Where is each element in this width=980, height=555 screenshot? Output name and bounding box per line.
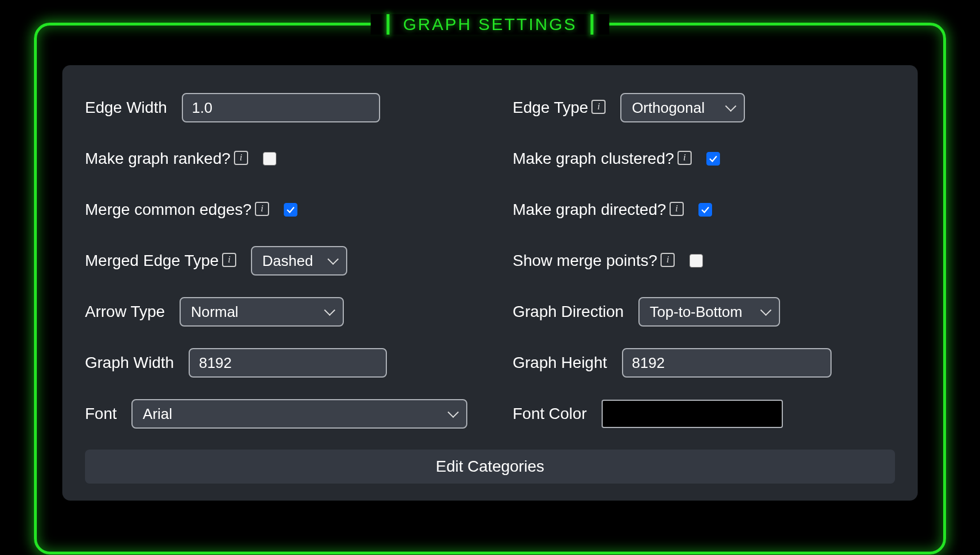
panel-title: GRAPH SETTINGS [403, 15, 577, 34]
font-select[interactable]: Arial [131, 399, 467, 429]
ranked-checkbox[interactable] [263, 152, 276, 166]
arrow-type-value: Normal [191, 303, 238, 321]
label-font: Font [85, 405, 117, 423]
label-merged-edge-type: Merged Edge Type [85, 252, 219, 270]
row-graph-direction: Graph Direction Top-to-Bottom [513, 286, 895, 337]
merged-edge-type-select[interactable]: Dashed [251, 246, 347, 276]
info-icon[interactable]: i [678, 151, 692, 165]
arrow-type-select[interactable]: Normal [180, 297, 344, 327]
label-edge-type: Edge Type [513, 99, 588, 117]
info-icon[interactable]: i [234, 151, 248, 165]
edit-categories-button[interactable]: Edit Categories [85, 450, 895, 484]
row-graph-height: Graph Height [513, 337, 895, 388]
row-show-merge-points: Show merge points? i [513, 235, 895, 286]
row-directed: Make graph directed? i [513, 184, 895, 235]
label-merge-edges: Merge common edges? [85, 201, 252, 219]
merge-edges-checkbox[interactable] [284, 203, 297, 217]
label-edge-width: Edge Width [85, 99, 167, 117]
edge-type-value: Orthogonal [632, 99, 705, 117]
row-font-color: Font Color [513, 388, 895, 439]
font-value: Arial [143, 405, 172, 423]
row-graph-width: Graph Width [85, 337, 467, 388]
label-ranked: Make graph ranked? [85, 150, 231, 168]
edge-width-input[interactable] [182, 93, 380, 122]
row-merged-edge-type: Merged Edge Type i Dashed [85, 235, 467, 286]
settings-grid: Edge Width Edge Type i Orthogonal Make g… [85, 82, 895, 439]
graph-settings-frame: GRAPH SETTINGS Edge Width Edge Type i Or… [34, 23, 946, 554]
graph-width-input[interactable] [189, 348, 387, 378]
info-icon[interactable]: i [591, 100, 606, 114]
info-icon[interactable]: i [670, 202, 684, 216]
graph-height-input[interactable] [622, 348, 832, 378]
clustered-checkbox[interactable] [706, 152, 720, 166]
row-clustered: Make graph clustered? i [513, 133, 895, 184]
title-accent-left [386, 14, 389, 35]
merged-edge-type-value: Dashed [262, 252, 313, 270]
label-arrow-type: Arrow Type [85, 303, 165, 321]
label-directed: Make graph directed? [513, 201, 666, 219]
row-ranked: Make graph ranked? i [85, 133, 467, 184]
row-edge-type: Edge Type i Orthogonal [513, 82, 895, 133]
label-show-merge-points: Show merge points? [513, 252, 657, 270]
label-graph-height: Graph Height [513, 354, 607, 372]
edge-type-select[interactable]: Orthogonal [620, 93, 745, 122]
info-icon[interactable]: i [661, 253, 675, 267]
row-arrow-type: Arrow Type Normal [85, 286, 467, 337]
label-font-color: Font Color [513, 405, 587, 423]
show-merge-points-checkbox[interactable] [689, 254, 703, 268]
edit-categories-label: Edit Categories [436, 457, 544, 476]
label-clustered: Make graph clustered? [513, 150, 674, 168]
row-merge-edges: Merge common edges? i [85, 184, 467, 235]
directed-checkbox[interactable] [698, 203, 712, 217]
font-color-swatch[interactable] [602, 400, 783, 428]
label-graph-direction: Graph Direction [513, 303, 624, 321]
label-graph-width: Graph Width [85, 354, 174, 372]
info-icon[interactable]: i [255, 202, 269, 216]
row-edge-width: Edge Width [85, 82, 467, 133]
row-font: Font Arial [85, 388, 467, 439]
panel-title-wrap: GRAPH SETTINGS [370, 14, 609, 35]
graph-direction-select[interactable]: Top-to-Bottom [638, 297, 780, 327]
graph-direction-value: Top-to-Bottom [650, 303, 742, 321]
info-icon[interactable]: i [222, 253, 236, 267]
settings-panel: Edge Width Edge Type i Orthogonal Make g… [62, 65, 918, 501]
title-accent-right [591, 14, 594, 35]
